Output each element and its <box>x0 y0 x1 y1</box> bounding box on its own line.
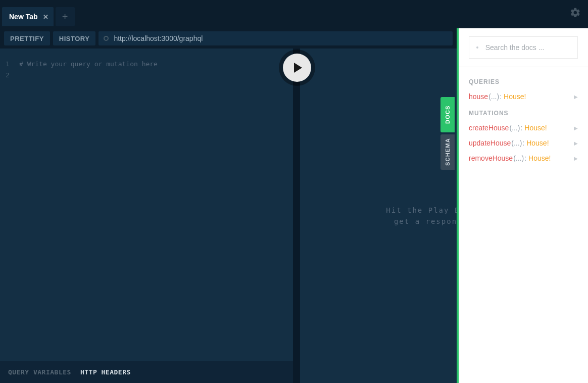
docs-item-house[interactable]: house(...): House! ▶ <box>469 92 578 101</box>
colon: : <box>520 124 522 132</box>
field-name: house <box>469 92 488 101</box>
field-type: House! <box>526 139 549 147</box>
history-button[interactable]: HISTORY <box>53 31 96 45</box>
docs-section-mutations: MUTATIONS createHouse(...): House! ▶ upd… <box>469 110 578 162</box>
field-args: (...) <box>509 124 520 132</box>
chevron-right-icon: ▶ <box>574 156 578 161</box>
line-gutter: 1 2 <box>0 59 15 81</box>
tab-query-variables[interactable]: QUERY VARIABLES <box>8 368 71 376</box>
editor-placeholder: # Write your query or mutation here <box>19 59 293 70</box>
tabbar: New Tab ✕ + <box>0 0 588 28</box>
field-name: updateHouse <box>469 139 511 147</box>
docs-search[interactable] <box>469 36 578 59</box>
chevron-right-icon: ▶ <box>574 125 578 131</box>
field-args: (...) <box>488 92 499 101</box>
line-number: 2 <box>0 70 15 81</box>
sidetab-schema[interactable]: SCHEMA <box>440 134 455 170</box>
section-title: MUTATIONS <box>469 110 578 117</box>
close-icon[interactable]: ✕ <box>43 14 48 20</box>
docs-item-createhouse[interactable]: createHouse(...): House! ▶ <box>469 124 578 132</box>
docs-body: QUERIES house(...): House! ▶ MUTATIONS c… <box>459 67 588 182</box>
field-name: removeHouse <box>469 154 513 162</box>
search-dot-icon <box>476 46 478 49</box>
add-tab-button[interactable]: + <box>56 7 75 26</box>
field-args: (...) <box>513 154 524 162</box>
docs-search-input[interactable] <box>485 43 570 52</box>
prettify-button[interactable]: PRETTIFY <box>4 31 50 45</box>
field-type: House! <box>504 92 526 101</box>
colon: : <box>500 92 502 101</box>
endpoint-input[interactable] <box>114 34 448 42</box>
query-editor[interactable]: 1 2 # Write your query or mutation here … <box>0 49 293 383</box>
field-type: House! <box>528 154 551 162</box>
docs-item-updatehouse[interactable]: updateHouse(...): House! ▶ <box>469 139 578 147</box>
docs-section-queries: QUERIES house(...): House! ▶ <box>469 78 578 101</box>
field-name: createHouse <box>469 124 509 132</box>
tab-title: New Tab <box>9 13 38 21</box>
status-dot-icon <box>104 36 109 41</box>
docs-item-removehouse[interactable]: removeHouse(...): House! ▶ <box>469 154 578 162</box>
chevron-right-icon: ▶ <box>574 140 578 146</box>
line-number: 1 <box>0 59 15 70</box>
pane-divider[interactable] <box>293 49 300 383</box>
sidetab-docs[interactable]: DOCS <box>440 97 455 132</box>
field-args: (...) <box>511 139 522 147</box>
plus-icon: + <box>62 11 68 23</box>
endpoint-bar[interactable] <box>99 31 453 45</box>
colon: : <box>522 139 524 147</box>
section-title: QUERIES <box>469 78 578 85</box>
tab-new[interactable]: New Tab ✕ <box>2 7 54 26</box>
chevron-right-icon: ▶ <box>574 94 578 100</box>
tab-http-headers[interactable]: HTTP HEADERS <box>80 368 131 376</box>
play-icon <box>293 62 303 73</box>
field-type: House! <box>524 124 547 132</box>
gear-icon[interactable] <box>570 7 581 20</box>
bottom-tabs: QUERY VARIABLES HTTP HEADERS <box>0 361 293 383</box>
play-button[interactable] <box>283 54 311 82</box>
colon: : <box>524 154 526 162</box>
docs-panel: QUERIES house(...): House! ▶ MUTATIONS c… <box>457 28 588 383</box>
